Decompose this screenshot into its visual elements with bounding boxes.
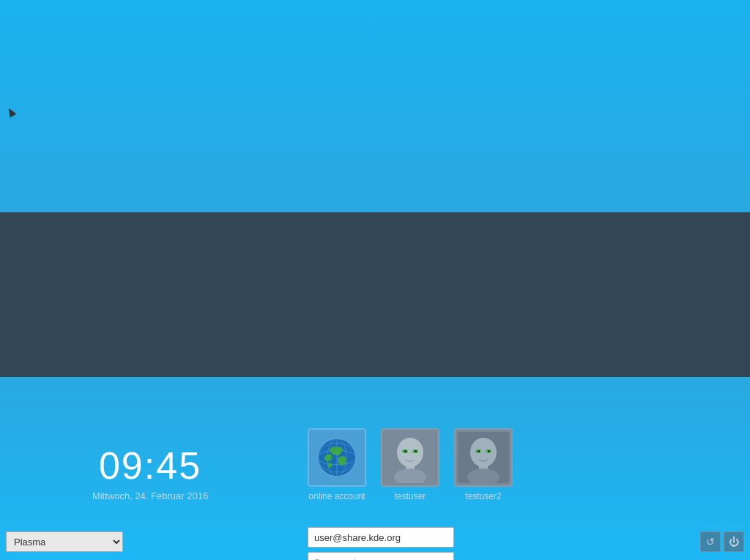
avatars-area: online account — [308, 428, 513, 501]
system-buttons: ↺ ⏻ — [700, 531, 744, 552]
login-form: Login — [308, 527, 454, 560]
svg-rect-12 — [415, 450, 417, 452]
testuser-avatar-img — [381, 428, 439, 487]
clock-area: 09:45 Mittwoch, 24. Februar 2016 — [59, 425, 242, 520]
testuser2-avatar-img — [454, 428, 513, 487]
shutdown-button[interactable]: ⏻ — [724, 531, 744, 552]
session-selector[interactable]: Plasma KDE GNOME Xfce — [6, 531, 123, 552]
svg-rect-19 — [478, 450, 480, 452]
user-avatar-testuser[interactable]: testuser — [381, 428, 439, 501]
background-top — [0, 0, 750, 212]
user-avatar-online-account[interactable]: online account — [308, 428, 366, 501]
clock-date: Mittwoch, 24. Februar 2016 — [92, 490, 208, 501]
reboot-button[interactable]: ↺ — [700, 531, 721, 552]
online-account-label: online account — [308, 491, 365, 501]
svg-rect-20 — [488, 450, 490, 452]
testuser2-label: testuser2 — [465, 491, 501, 501]
username-input[interactable] — [308, 527, 454, 548]
user-avatar-testuser2[interactable]: testuser2 — [454, 428, 513, 501]
svg-rect-11 — [404, 450, 406, 452]
password-input[interactable] — [308, 552, 454, 560]
session-select[interactable]: Plasma KDE GNOME Xfce — [6, 531, 123, 552]
svg-point-6 — [397, 438, 423, 467]
globe-icon — [311, 432, 363, 483]
login-panel: 09:45 Mittwoch, 24. Februar 2016 — [0, 212, 750, 377]
clock-time: 09:45 — [99, 444, 201, 488]
svg-point-14 — [470, 438, 497, 467]
testuser-label: testuser — [395, 491, 426, 501]
online-account-avatar-img — [308, 428, 366, 487]
